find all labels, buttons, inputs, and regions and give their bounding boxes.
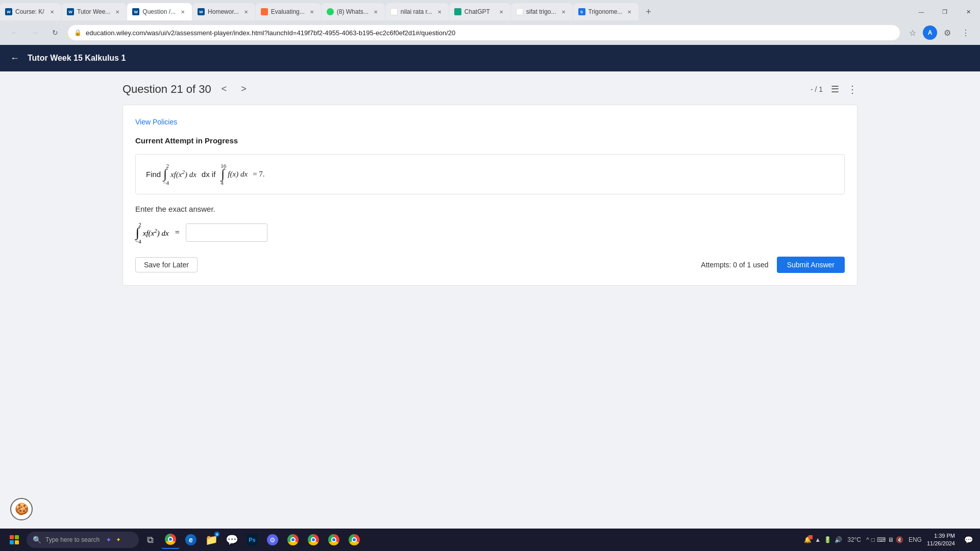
taskbar-date-display: 11/26/2024 — [927, 540, 955, 547]
address-bar: ← → ↻ 🔒 education.wiley.com/was/ui/v2/as… — [0, 20, 980, 45]
minimize-button[interactable]: — — [910, 2, 933, 22]
main-content: Question 21 of 30 < > - / 1 ☰ ⋮ View Pol… — [0, 71, 980, 531]
extensions-button[interactable]: ⚙ — [939, 24, 955, 41]
exact-answer-text: Enter the exact answer. — [135, 205, 845, 213]
browser-tab-2[interactable]: W Tutor Wee... ✕ — [62, 3, 127, 20]
tab-favicon-4: W — [198, 8, 205, 15]
toolbar-icons: ☆ A ⚙ ⋮ — [904, 24, 974, 41]
speaker-icon[interactable]: 🔊 — [835, 536, 842, 543]
question-title: Question 21 of 30 — [122, 83, 211, 96]
action-row: Save for Later Attempts: 0 of 1 used Sub… — [135, 257, 845, 273]
volume-icon[interactable]: 🔇 — [896, 536, 903, 543]
browser-tab-6[interactable]: (8) Whats... ✕ — [322, 3, 385, 20]
notification-center-button[interactable]: 💬 — [961, 536, 976, 544]
notification-icon[interactable]: 🔔 — [804, 536, 812, 543]
tab-close-10[interactable]: ✕ — [625, 8, 633, 16]
taskbar-edge-icon[interactable]: e — [182, 531, 200, 549]
tab-favicon-9 — [516, 8, 523, 15]
taskbar: 🔍 Type here to search ✦ ✦ ⧉ e 📁 4 💬 Ps ⚙ — [0, 529, 980, 551]
battery-icon[interactable]: 🔋 — [824, 536, 831, 543]
tab-close-6[interactable]: ✕ — [372, 8, 380, 16]
tab-favicon-5 — [261, 8, 268, 15]
question-header: Question 21 of 30 < > - / 1 ☰ ⋮ — [122, 82, 857, 96]
tab-close-5[interactable]: ✕ — [308, 8, 316, 16]
battery-status-icon[interactable]: □ — [871, 536, 875, 543]
reload-button[interactable]: ↻ — [47, 24, 63, 41]
taskbar-chrome-icon[interactable] — [161, 531, 180, 549]
list-icon[interactable]: ☰ — [831, 84, 839, 95]
browser-tab-7[interactable]: nilai rata r... ✕ — [385, 3, 449, 20]
problem-box: Find 2 ∫ −4 xf(x2) dx dx if 16 ∫ — [135, 154, 845, 194]
taskbar-sys-icons: ^ □ ⌨ 🖥 🔇 — [866, 536, 903, 543]
tab-label-3: Question /... — [142, 8, 176, 15]
back-nav-button[interactable]: ← — [6, 24, 22, 41]
taskbar-chrome3-icon[interactable] — [304, 531, 323, 549]
close-button[interactable]: ✕ — [957, 2, 980, 22]
start-button[interactable] — [4, 531, 24, 549]
forward-nav-button[interactable]: → — [27, 24, 43, 41]
more-options-button[interactable]: ⋮ — [958, 24, 974, 41]
browser-tab-5[interactable]: Evaluating... ✕ — [256, 3, 321, 20]
prev-question-button[interactable]: < — [217, 82, 231, 96]
attempts-text: Attempts: 0 of 1 used — [701, 261, 768, 269]
taskbar-another-icon[interactable] — [345, 531, 363, 549]
tab-label-9: sifat trigo... — [526, 8, 556, 15]
taskbar-search-bar[interactable]: 🔍 Type here to search ✦ ✦ — [27, 532, 139, 548]
tab-label-1: Course: K/ — [15, 8, 45, 15]
tab-favicon-10: S — [578, 8, 585, 15]
window-controls: — ❐ ✕ — [910, 2, 980, 22]
taskbar-discord-icon[interactable]: ⚙ — [263, 531, 282, 549]
tab-close-2[interactable]: ✕ — [113, 8, 121, 16]
url-bar[interactable]: 🔒 education.wiley.com/was/ui/v2/assessme… — [67, 24, 900, 41]
network-icon[interactable]: ▲ — [815, 536, 821, 543]
bookmark-button[interactable]: ☆ — [904, 24, 921, 41]
task-view-button[interactable]: ⧉ — [141, 531, 159, 549]
maximize-button[interactable]: ❐ — [933, 2, 957, 22]
tab-favicon-6 — [327, 8, 334, 15]
taskbar-files-icon[interactable]: 📁 4 — [202, 531, 220, 549]
browser-tab-4[interactable]: W Homewor... ✕ — [192, 3, 255, 20]
tab-label-4: Homewor... — [208, 8, 239, 15]
browser-tab-1[interactable]: W Course: K/ ✕ — [0, 3, 61, 20]
tab-close-8[interactable]: ✕ — [497, 8, 505, 16]
back-button[interactable]: ← — [10, 53, 19, 64]
profile-button[interactable]: A — [923, 26, 937, 40]
tab-label-7: nilai rata r... — [401, 8, 432, 15]
tab-close-3[interactable]: ✕ — [179, 8, 187, 16]
integral-formula-1: 2 ∫ −4 xf(x2) dx — [163, 163, 197, 186]
more-options-icon[interactable]: ⋮ — [847, 83, 857, 95]
browser-tab-10[interactable]: S Trigonome... ✕ — [573, 3, 639, 20]
submit-answer-button[interactable]: Submit Answer — [777, 257, 845, 273]
taskbar-photoshop-icon[interactable]: Ps — [243, 531, 261, 549]
integral-formula-2: 16 ∫ 4 f(x) dx — [220, 163, 248, 186]
answer-row: 2 ∫ −4 xf(x2) dx = — [135, 221, 845, 244]
windows-logo-icon — [10, 535, 19, 544]
find-word: Find — [146, 170, 161, 179]
browser-tab-9[interactable]: sifat trigo... ✕ — [511, 3, 573, 20]
cookie-icon[interactable]: 🍪 — [10, 498, 33, 520]
language-display: ENG — [909, 536, 922, 543]
tab-close-4[interactable]: ✕ — [242, 8, 250, 16]
answer-input-field[interactable] — [186, 223, 267, 242]
new-tab-button[interactable]: + — [641, 5, 655, 19]
tab-favicon-7 — [390, 8, 398, 15]
taskbar-chrome4-icon[interactable] — [325, 531, 343, 549]
tab-close-1[interactable]: ✕ — [48, 8, 56, 16]
browser-tab-8[interactable]: ChatGPT ✕ — [449, 3, 510, 20]
sparkle-icon: ✦ — [116, 536, 121, 543]
save-for-later-button[interactable]: Save for Later — [135, 257, 198, 272]
tab-close-9[interactable]: ✕ — [559, 8, 568, 16]
expand-tray-icon[interactable]: ^ — [866, 536, 869, 543]
view-policies-link[interactable]: View Policies — [135, 118, 177, 126]
taskbar-vscode-icon[interactable]: 💬 — [223, 531, 241, 549]
taskbar-clock[interactable]: 1:39 PM 11/26/2024 — [927, 532, 955, 548]
next-question-button[interactable]: > — [237, 82, 251, 96]
settings-icon[interactable]: 🖥 — [888, 536, 894, 543]
question-nav: Question 21 of 30 < > — [122, 82, 251, 96]
taskbar-chrome2-icon[interactable] — [284, 531, 302, 549]
browser-tab-3[interactable]: W Question /... ✕ — [127, 3, 192, 20]
question-meta: - / 1 ☰ ⋮ — [811, 83, 857, 95]
equals-7: = 7. — [253, 170, 264, 179]
keyboard-icon[interactable]: ⌨ — [877, 536, 886, 543]
tab-close-7[interactable]: ✕ — [435, 8, 444, 16]
